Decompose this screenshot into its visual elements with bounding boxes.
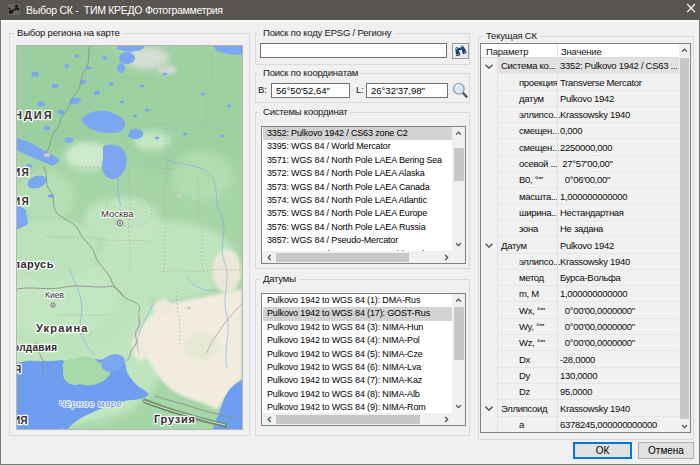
svg-text:ИЯ: ИЯ <box>17 167 30 178</box>
svg-text:Москва: Москва <box>101 208 134 219</box>
svg-text:ИЯ: ИЯ <box>17 196 30 207</box>
svg-text:ИЯ: ИЯ <box>17 415 27 426</box>
svg-text:Чёрное море: Чёрное море <box>59 398 122 409</box>
svg-text:Украина: Украина <box>36 322 89 334</box>
svg-text:олдавия: олдавия <box>17 342 57 353</box>
svg-text:ларусь: ларусь <box>17 258 54 270</box>
svg-text:Киев: Киев <box>45 290 64 300</box>
svg-text:Я: Я <box>17 364 21 375</box>
svg-text:Анапа: Анапа <box>59 428 87 429</box>
svg-text:Грузия: Грузия <box>154 413 196 425</box>
svg-text:НДИЯ: НДИЯ <box>17 109 54 121</box>
